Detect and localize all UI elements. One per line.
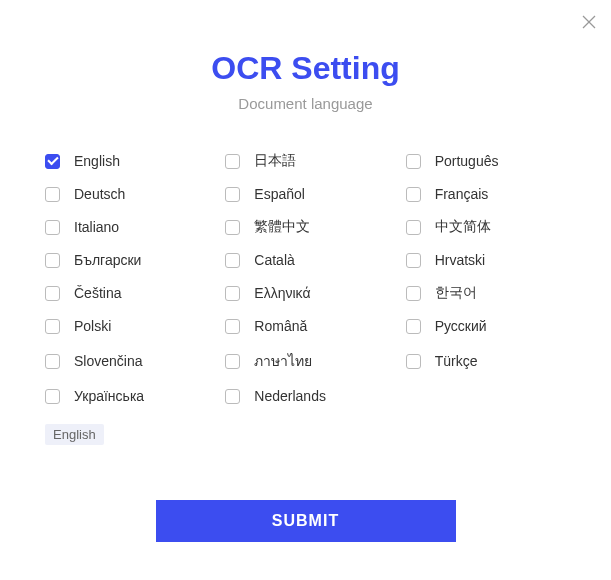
- language-item: Română: [225, 318, 385, 334]
- language-checkbox[interactable]: [45, 286, 60, 301]
- language-label[interactable]: ภาษาไทย: [254, 350, 312, 372]
- language-item: Polski: [45, 318, 205, 334]
- language-item: Hrvatski: [406, 252, 566, 268]
- language-label[interactable]: Български: [74, 252, 141, 268]
- language-checkbox[interactable]: [225, 220, 240, 235]
- language-label[interactable]: 中文简体: [435, 218, 491, 236]
- language-checkbox[interactable]: [406, 253, 421, 268]
- language-label[interactable]: Türkçe: [435, 353, 478, 369]
- language-item: ภาษาไทย: [225, 350, 385, 372]
- language-checkbox[interactable]: [225, 286, 240, 301]
- language-checkbox[interactable]: [225, 389, 240, 404]
- language-item: 한국어: [406, 284, 566, 302]
- language-checkbox[interactable]: [45, 154, 60, 169]
- language-checkbox[interactable]: [225, 154, 240, 169]
- language-item: Català: [225, 252, 385, 268]
- language-checkbox[interactable]: [406, 187, 421, 202]
- language-label[interactable]: Hrvatski: [435, 252, 486, 268]
- language-item: Čeština: [45, 284, 205, 302]
- language-label[interactable]: Ελληνικά: [254, 285, 310, 301]
- language-item: 日本語: [225, 152, 385, 170]
- language-checkbox[interactable]: [45, 220, 60, 235]
- language-label[interactable]: Čeština: [74, 285, 121, 301]
- language-item: 中文简体: [406, 218, 566, 236]
- language-checkbox[interactable]: [45, 354, 60, 369]
- submit-button[interactable]: SUBMIT: [156, 500, 456, 542]
- language-checkbox[interactable]: [225, 187, 240, 202]
- language-checkbox[interactable]: [406, 154, 421, 169]
- language-item: Español: [225, 186, 385, 202]
- language-item: English: [45, 152, 205, 170]
- language-label[interactable]: English: [74, 153, 120, 169]
- language-item: Nederlands: [225, 388, 385, 404]
- language-checkbox[interactable]: [225, 253, 240, 268]
- language-checkbox[interactable]: [45, 319, 60, 334]
- language-label[interactable]: Português: [435, 153, 499, 169]
- language-checkbox[interactable]: [225, 354, 240, 369]
- language-label[interactable]: 日本語: [254, 152, 296, 170]
- language-item: Українська: [45, 388, 205, 404]
- language-label[interactable]: Français: [435, 186, 489, 202]
- language-checkbox[interactable]: [45, 253, 60, 268]
- language-grid: English日本語PortuguêsDeutschEspañolFrançai…: [45, 152, 566, 404]
- dialog-content: OCR Setting Document language English日本語…: [0, 0, 611, 465]
- language-label[interactable]: Deutsch: [74, 186, 125, 202]
- language-item: Български: [45, 252, 205, 268]
- language-item: Ελληνικά: [225, 284, 385, 302]
- language-item: Русский: [406, 318, 566, 334]
- dialog-subtitle: Document language: [45, 95, 566, 112]
- language-checkbox[interactable]: [45, 389, 60, 404]
- language-label[interactable]: Українська: [74, 388, 144, 404]
- language-label[interactable]: Polski: [74, 318, 111, 334]
- language-checkbox[interactable]: [406, 319, 421, 334]
- language-label[interactable]: 繁體中文: [254, 218, 310, 236]
- language-checkbox[interactable]: [225, 319, 240, 334]
- language-label[interactable]: Nederlands: [254, 388, 326, 404]
- language-item: Italiano: [45, 218, 205, 236]
- language-item: Français: [406, 186, 566, 202]
- language-item: Português: [406, 152, 566, 170]
- language-item: Deutsch: [45, 186, 205, 202]
- language-label[interactable]: Español: [254, 186, 305, 202]
- language-label[interactable]: Italiano: [74, 219, 119, 235]
- language-checkbox[interactable]: [406, 220, 421, 235]
- language-item: 繁體中文: [225, 218, 385, 236]
- language-checkbox[interactable]: [406, 286, 421, 301]
- selected-language-tag[interactable]: English: [45, 424, 104, 445]
- close-button[interactable]: [581, 14, 597, 30]
- language-item: Slovenčina: [45, 350, 205, 372]
- language-label[interactable]: Slovenčina: [74, 353, 143, 369]
- language-checkbox[interactable]: [406, 354, 421, 369]
- language-item: Türkçe: [406, 350, 566, 372]
- language-checkbox[interactable]: [45, 187, 60, 202]
- language-label[interactable]: Català: [254, 252, 294, 268]
- language-label[interactable]: Русский: [435, 318, 487, 334]
- dialog-title: OCR Setting: [45, 50, 566, 87]
- language-label[interactable]: 한국어: [435, 284, 477, 302]
- close-icon: [581, 14, 597, 30]
- language-label[interactable]: Română: [254, 318, 307, 334]
